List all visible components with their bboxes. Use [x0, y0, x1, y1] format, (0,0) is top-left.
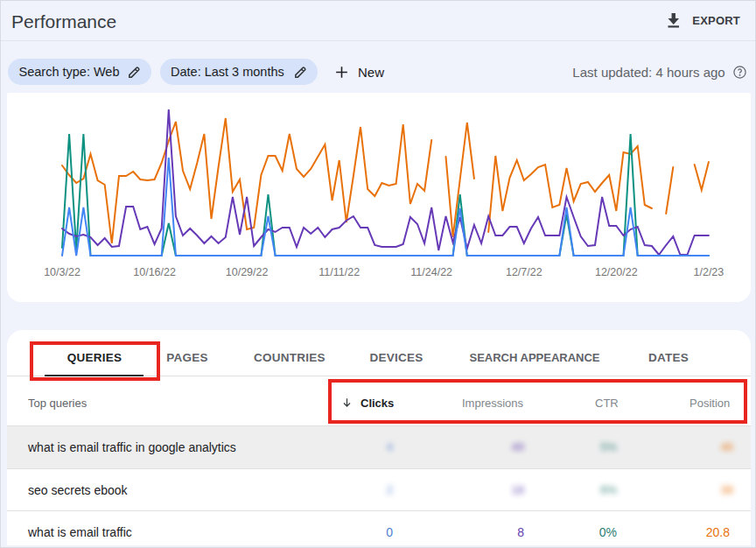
svg-text:10/29/22: 10/29/22	[226, 266, 269, 278]
svg-text:11/24/22: 11/24/22	[410, 266, 452, 278]
svg-text:12/7/22: 12/7/22	[506, 266, 542, 278]
svg-text:12/20/22: 12/20/22	[595, 266, 638, 278]
svg-text:10/3/22: 10/3/22	[44, 266, 80, 278]
svg-text:10/16/22: 10/16/22	[133, 266, 176, 278]
svg-text:1/2/23: 1/2/23	[694, 266, 724, 278]
svg-text:11/11/22: 11/11/22	[318, 266, 360, 278]
